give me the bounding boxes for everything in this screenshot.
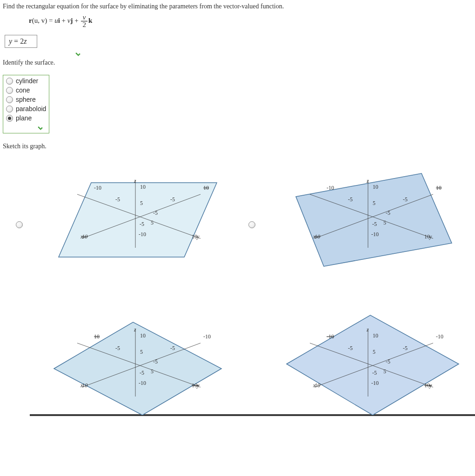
radio-icon[interactable]: [6, 115, 13, 122]
svg-text:10y: 10y: [424, 233, 432, 240]
svg-marker-0: [59, 183, 217, 257]
svg-text:10: 10: [140, 332, 146, 339]
graph-option-2[interactable]: -10 -5 5 x10 10 -5 -5 10y 10 5 -5 -10 z: [268, 155, 468, 294]
radio-icon[interactable]: [6, 106, 13, 112]
svg-text:10y: 10y: [192, 382, 200, 389]
svg-text:10: 10: [373, 332, 378, 339]
svg-text:-5: -5: [386, 358, 390, 365]
svg-text:-5: -5: [348, 345, 353, 351]
option-cylinder[interactable]: cylinder: [6, 76, 46, 86]
radio-icon[interactable]: [6, 96, 13, 103]
identify-prompt: Identify the surface.: [3, 59, 472, 66]
svg-text:-10: -10: [436, 333, 443, 340]
svg-text:5: 5: [383, 219, 386, 226]
svg-text:z: z: [366, 178, 369, 184]
svg-text:5: 5: [373, 200, 375, 206]
svg-text:x10: x10: [80, 382, 87, 389]
check-icon: [38, 123, 46, 130]
svg-text:x10: x10: [80, 233, 87, 240]
svg-text:10: 10: [436, 185, 442, 191]
svg-text:5: 5: [151, 219, 154, 226]
svg-text:x10: x10: [313, 382, 320, 389]
svg-text:-10: -10: [371, 231, 379, 238]
svg-text:-5: -5: [403, 196, 408, 203]
option-label: cone: [16, 86, 30, 94]
option-label: paraboloid: [16, 105, 46, 112]
svg-text:5: 5: [383, 368, 386, 375]
graph-option-1[interactable]: -10 -5 5 x10 10 -5 -5 10y 10 5 -5 -10 z: [35, 155, 235, 294]
svg-text:-5: -5: [403, 345, 408, 351]
svg-marker-34: [54, 322, 221, 415]
svg-text:5: 5: [151, 368, 154, 375]
svg-text:-5: -5: [140, 370, 144, 376]
svg-text:-5: -5: [372, 370, 377, 376]
svg-text:-10: -10: [139, 380, 146, 386]
option-cone[interactable]: cone: [6, 86, 46, 95]
option-sphere[interactable]: sphere: [6, 95, 46, 104]
svg-text:10: 10: [140, 184, 146, 190]
option-paraboloid[interactable]: paraboloid: [6, 104, 46, 113]
prompt: Find the rectangular equation for the su…: [3, 3, 472, 10]
radio-icon[interactable]: [6, 87, 13, 94]
svg-text:10y: 10y: [192, 233, 200, 240]
svg-text:-5: -5: [372, 221, 377, 227]
svg-text:-5: -5: [153, 210, 158, 216]
svg-text:-5: -5: [348, 196, 353, 203]
svg-text:-5: -5: [386, 210, 390, 216]
svg-text:10: 10: [373, 184, 378, 190]
sketch-prompt: Sketch its graph.: [3, 143, 472, 150]
option-label: cylinder: [16, 77, 38, 85]
svg-text:5: 5: [373, 349, 375, 355]
svg-text:z: z: [134, 326, 136, 333]
graph-option-4[interactable]: -10 -5 5 x10 -10 -5 -5 10y 10 5 -5 -10 z: [268, 308, 468, 415]
svg-text:5: 5: [140, 200, 143, 206]
svg-text:10: 10: [203, 185, 209, 191]
svg-text:-5: -5: [140, 221, 144, 227]
svg-text:x10: x10: [313, 233, 320, 240]
graph-radio-1[interactable]: [16, 221, 23, 228]
identify-options: cylinder cone sphere paraboloid plane: [3, 75, 49, 133]
svg-text:5: 5: [140, 349, 143, 355]
svg-text:z: z: [366, 326, 369, 333]
svg-text:-5: -5: [170, 345, 175, 351]
option-plane[interactable]: plane: [6, 113, 46, 123]
radio-icon[interactable]: [6, 78, 13, 85]
svg-text:-5: -5: [170, 196, 175, 203]
svg-text:-10: -10: [371, 380, 379, 386]
sketch-choices: -10 -5 5 x10 10 -5 -5 10y 10 5 -5 -10 z: [3, 155, 472, 415]
svg-text:10y: 10y: [424, 382, 432, 389]
svg-text:-5: -5: [153, 358, 158, 365]
svg-text:-5: -5: [115, 345, 120, 351]
equation: r(u, v) = ui + vj + v2k: [29, 14, 472, 28]
svg-text:-5: -5: [115, 196, 120, 203]
option-label: plane: [16, 114, 32, 122]
svg-text:-10: -10: [327, 333, 334, 340]
option-label: sphere: [16, 96, 36, 103]
svg-text:-10: -10: [94, 185, 101, 191]
svg-text:-10: -10: [139, 231, 146, 238]
check-icon: [75, 49, 84, 56]
graph-radio-2[interactable]: [248, 221, 255, 228]
svg-text:z: z: [134, 178, 136, 184]
svg-text:-10: -10: [203, 333, 211, 340]
svg-text:-10: -10: [327, 185, 334, 191]
svg-text:10: 10: [94, 333, 100, 340]
graph-option-3[interactable]: 10 -5 5 x10 -10 -5 -5 10y 10 5 -5 -10 z: [35, 308, 235, 415]
svg-marker-51: [287, 315, 459, 415]
answer-equation-input[interactable]: y = 2z: [5, 35, 37, 48]
